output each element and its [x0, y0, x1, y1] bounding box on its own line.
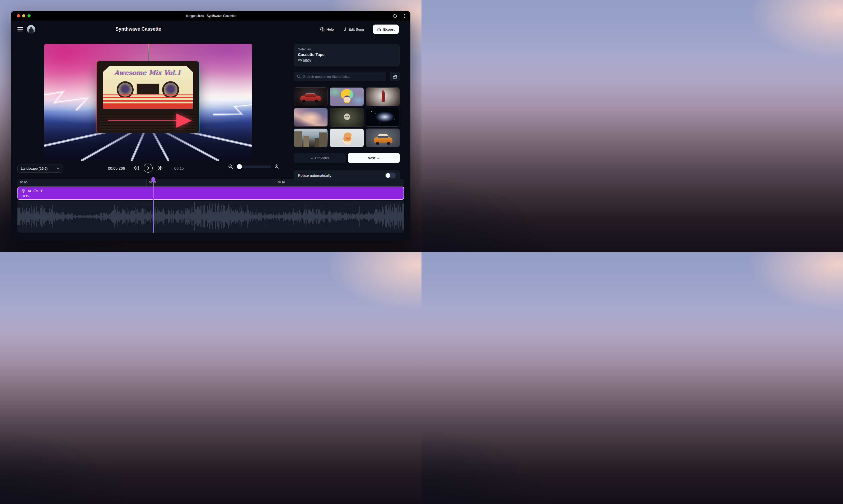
browser-menu-icon[interactable] [402, 14, 406, 18]
aspect-ratio-select[interactable]: Landscape (16:9) [17, 164, 63, 173]
help-button[interactable]: Help [320, 27, 334, 32]
cassette-label-text: Awesome Mix Vol.1 [103, 69, 193, 76]
app-header: Synthwave Cassette Help Edit Song [11, 21, 410, 38]
spiral-icon [28, 189, 31, 193]
avatar[interactable] [27, 25, 35, 34]
model-thumbnail-art [366, 129, 400, 147]
model-thumbnail-art [330, 129, 363, 147]
selected-model-card: Selected Cassette Tape By Klasy [294, 44, 400, 67]
clapperboard-icon [393, 74, 397, 79]
timeline-clip[interactable]: 00:15 [17, 186, 404, 200]
previous-button[interactable]: ← Previous [294, 153, 346, 163]
zoom-slider-knob[interactable] [237, 164, 242, 169]
rotate-label: Rotate automatically [298, 173, 331, 178]
selected-label: Selected [298, 47, 396, 51]
help-label: Help [326, 28, 334, 31]
export-button[interactable]: Export [373, 24, 399, 34]
rotate-toggle[interactable] [385, 173, 396, 178]
model-thumbnail-art [366, 88, 400, 106]
cassette-label: Awesome Mix Vol.1 [103, 66, 193, 109]
model-thumbnail[interactable] [330, 87, 364, 106]
model-thumbnail-art [294, 108, 327, 126]
video-camera-icon [34, 189, 38, 193]
video-preview-canvas[interactable]: Awesome Mix Vol.1 [45, 44, 252, 161]
export-label: Export [383, 28, 395, 31]
clip-duration-label: 00:15 [22, 195, 29, 198]
total-duration: 00:15 [171, 166, 187, 170]
cassette-3d-model: Awesome Mix Vol.1 [97, 61, 199, 133]
author-link[interactable]: Klasy [303, 58, 311, 62]
current-time: 00:05.266 [102, 166, 131, 170]
waveform-art [17, 200, 404, 233]
aspect-ratio-value: Landscape (16:9) [21, 166, 48, 170]
model-thumbnail-art [330, 108, 363, 126]
author-line: By Klasy [298, 58, 396, 62]
model-thumbnail[interactable] [366, 87, 400, 106]
model-thumbnail-art [330, 88, 363, 106]
zoom-in-icon[interactable] [274, 164, 279, 169]
cube-icon [21, 189, 25, 193]
model-thumbnail-art [294, 88, 327, 106]
help-icon [320, 27, 325, 32]
playhead-handle[interactable] [151, 177, 155, 182]
ruler-tick [146, 179, 147, 186]
sparkles-icon [40, 189, 44, 193]
audio-waveform[interactable] [17, 200, 404, 233]
cassette-stripes [103, 93, 193, 109]
model-thumbnail[interactable] [330, 128, 364, 147]
edit-song-button[interactable]: Edit Song [343, 27, 364, 32]
extensions-icon[interactable] [393, 14, 397, 18]
zoom-slider[interactable] [236, 165, 271, 168]
model-search [294, 72, 386, 81]
model-thumbnail-art [366, 108, 400, 126]
model-thumbnail[interactable] [294, 108, 328, 127]
rotate-toggle-knob [385, 173, 390, 178]
playhead-line[interactable] [153, 180, 154, 233]
model-thumbnail-art [294, 129, 327, 147]
page-title: Synthwave Cassette [116, 26, 161, 32]
window-title: banger.show - Synthwave Cassette [11, 11, 410, 21]
ruler-marker: 00:10 [278, 181, 285, 184]
music-note-icon [343, 27, 347, 32]
zoom-out-icon[interactable] [228, 164, 233, 169]
model-thumbnail[interactable] [330, 108, 364, 127]
model-thumbnail[interactable] [366, 108, 400, 127]
by-label: By [298, 58, 302, 62]
play-button[interactable] [144, 164, 153, 173]
search-input[interactable] [303, 75, 383, 79]
app-window: banger.show - Synthwave Cassette Synthwa… [11, 11, 410, 241]
play-icon [147, 166, 150, 170]
model-thumbnail[interactable] [294, 128, 328, 147]
chevron-down-icon [56, 167, 59, 169]
fast-forward-icon[interactable] [157, 166, 163, 170]
selected-model-name: Cassette Tape [298, 52, 396, 57]
red-arrow-art [176, 113, 192, 128]
search-icon [297, 74, 301, 79]
export-icon [377, 27, 381, 31]
titlebar: banger.show - Synthwave Cassette [11, 11, 410, 21]
menu-icon[interactable] [17, 27, 23, 31]
model-thumbnail[interactable] [366, 128, 400, 147]
model-grid [294, 87, 400, 147]
ruler-marker: 00:00 [20, 181, 28, 184]
model-thumbnail[interactable] [294, 87, 328, 106]
clapperboard-button[interactable] [390, 72, 400, 81]
rewind-icon[interactable] [133, 166, 139, 170]
timeline: 00:00 00:05 00:10 [17, 179, 404, 233]
edit-song-label: Edit Song [349, 28, 364, 31]
next-button[interactable]: Next → [348, 153, 400, 163]
rotate-setting-card: Rotate automatically [294, 170, 400, 181]
